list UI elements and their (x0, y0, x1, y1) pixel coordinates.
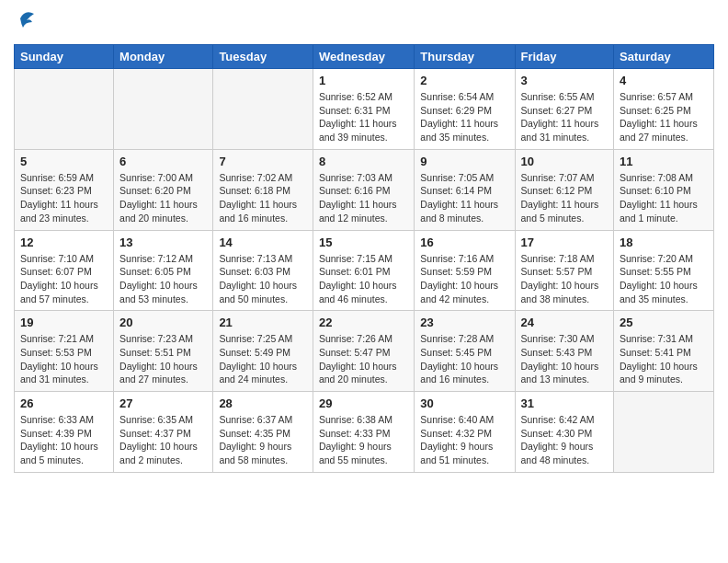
day-info: Sunrise: 7:15 AM Sunset: 6:01 PM Dayligh… (319, 252, 408, 306)
day-number: 27 (119, 396, 207, 410)
calendar-cell: 10Sunrise: 7:07 AM Sunset: 6:12 PM Dayli… (515, 149, 614, 230)
day-info: Sunrise: 7:21 AM Sunset: 5:53 PM Dayligh… (20, 332, 108, 386)
calendar-cell: 31Sunrise: 6:42 AM Sunset: 4:30 PM Dayli… (515, 392, 614, 473)
day-info: Sunrise: 7:00 AM Sunset: 6:20 PM Dayligh… (119, 171, 207, 225)
calendar-cell (114, 69, 213, 150)
calendar-cell: 4Sunrise: 6:57 AM Sunset: 6:25 PM Daylig… (614, 69, 714, 150)
calendar-cell: 8Sunrise: 7:03 AM Sunset: 6:16 PM Daylig… (313, 149, 414, 230)
day-info: Sunrise: 6:55 AM Sunset: 6:27 PM Dayligh… (521, 90, 609, 144)
calendar-cell: 1Sunrise: 6:52 AM Sunset: 6:31 PM Daylig… (313, 69, 414, 150)
day-info: Sunrise: 7:12 AM Sunset: 6:05 PM Dayligh… (119, 252, 207, 306)
day-info: Sunrise: 7:28 AM Sunset: 5:45 PM Dayligh… (420, 332, 508, 386)
calendar-cell: 26Sunrise: 6:33 AM Sunset: 4:39 PM Dayli… (15, 392, 114, 473)
calendar-header-row: SundayMondayTuesdayWednesdayThursdayFrid… (15, 45, 714, 69)
day-number: 23 (420, 316, 508, 329)
day-number: 20 (119, 316, 207, 329)
day-number: 4 (620, 74, 708, 87)
calendar-cell: 16Sunrise: 7:16 AM Sunset: 5:59 PM Dayli… (415, 230, 515, 311)
day-info: Sunrise: 6:38 AM Sunset: 4:33 PM Dayligh… (319, 413, 408, 467)
calendar-week-1: 1Sunrise: 6:52 AM Sunset: 6:31 PM Daylig… (15, 69, 714, 150)
day-number: 14 (219, 236, 307, 249)
calendar-cell: 21Sunrise: 7:25 AM Sunset: 5:49 PM Dayli… (213, 311, 313, 392)
day-number: 17 (521, 236, 609, 249)
calendar-cell: 3Sunrise: 6:55 AM Sunset: 6:27 PM Daylig… (515, 69, 614, 150)
calendar-week-2: 5Sunrise: 6:59 AM Sunset: 6:23 PM Daylig… (15, 149, 714, 230)
day-info: Sunrise: 6:42 AM Sunset: 4:30 PM Dayligh… (521, 413, 609, 467)
calendar-cell: 9Sunrise: 7:05 AM Sunset: 6:14 PM Daylig… (415, 149, 515, 230)
calendar-cell: 2Sunrise: 6:54 AM Sunset: 6:29 PM Daylig… (415, 69, 515, 150)
day-info: Sunrise: 7:30 AM Sunset: 5:43 PM Dayligh… (521, 332, 609, 386)
day-info: Sunrise: 7:10 AM Sunset: 6:07 PM Dayligh… (20, 252, 108, 306)
calendar-cell: 5Sunrise: 6:59 AM Sunset: 6:23 PM Daylig… (15, 149, 114, 230)
header-monday: Monday (114, 45, 213, 69)
day-number: 8 (319, 155, 408, 168)
calendar-cell: 13Sunrise: 7:12 AM Sunset: 6:05 PM Dayli… (114, 230, 213, 311)
calendar-table: SundayMondayTuesdayWednesdayThursdayFrid… (14, 44, 714, 473)
calendar-cell: 24Sunrise: 7:30 AM Sunset: 5:43 PM Dayli… (515, 311, 614, 392)
day-number: 12 (20, 236, 108, 249)
day-info: Sunrise: 7:18 AM Sunset: 5:57 PM Dayligh… (521, 252, 609, 306)
header-wednesday: Wednesday (313, 45, 414, 69)
day-info: Sunrise: 7:20 AM Sunset: 5:55 PM Dayligh… (620, 252, 708, 306)
calendar-cell: 30Sunrise: 6:40 AM Sunset: 4:32 PM Dayli… (415, 392, 515, 473)
calendar-cell: 20Sunrise: 7:23 AM Sunset: 5:51 PM Dayli… (114, 311, 213, 392)
day-number: 11 (620, 155, 708, 168)
calendar-cell: 17Sunrise: 7:18 AM Sunset: 5:57 PM Dayli… (515, 230, 614, 311)
header-thursday: Thursday (415, 45, 515, 69)
day-number: 26 (20, 396, 108, 410)
day-number: 15 (319, 236, 408, 249)
day-info: Sunrise: 6:54 AM Sunset: 6:29 PM Dayligh… (420, 90, 508, 144)
logo (14, 9, 34, 37)
day-info: Sunrise: 6:33 AM Sunset: 4:39 PM Dayligh… (20, 413, 108, 467)
day-number: 22 (319, 316, 408, 329)
calendar-week-5: 26Sunrise: 6:33 AM Sunset: 4:39 PM Dayli… (15, 392, 714, 473)
logo-text (14, 9, 34, 37)
day-number: 24 (521, 316, 609, 329)
day-info: Sunrise: 7:03 AM Sunset: 6:16 PM Dayligh… (319, 171, 408, 225)
calendar-week-4: 19Sunrise: 7:21 AM Sunset: 5:53 PM Dayli… (15, 311, 714, 392)
calendar-cell: 25Sunrise: 7:31 AM Sunset: 5:41 PM Dayli… (614, 311, 714, 392)
day-number: 1 (319, 74, 408, 87)
calendar-cell: 27Sunrise: 6:35 AM Sunset: 4:37 PM Dayli… (114, 392, 213, 473)
calendar-cell: 12Sunrise: 7:10 AM Sunset: 6:07 PM Dayli… (15, 230, 114, 311)
day-info: Sunrise: 6:40 AM Sunset: 4:32 PM Dayligh… (420, 413, 508, 467)
calendar-cell: 11Sunrise: 7:08 AM Sunset: 6:10 PM Dayli… (614, 149, 714, 230)
day-number: 31 (521, 396, 609, 410)
day-info: Sunrise: 7:26 AM Sunset: 5:47 PM Dayligh… (319, 332, 408, 386)
calendar-cell: 15Sunrise: 7:15 AM Sunset: 6:01 PM Dayli… (313, 230, 414, 311)
calendar-cell (213, 69, 313, 150)
calendar-cell: 6Sunrise: 7:00 AM Sunset: 6:20 PM Daylig… (114, 149, 213, 230)
day-number: 28 (219, 396, 307, 410)
day-number: 5 (20, 155, 108, 168)
day-info: Sunrise: 7:07 AM Sunset: 6:12 PM Dayligh… (521, 171, 609, 225)
calendar-cell: 19Sunrise: 7:21 AM Sunset: 5:53 PM Dayli… (15, 311, 114, 392)
header-tuesday: Tuesday (213, 45, 313, 69)
day-number: 16 (420, 236, 508, 249)
calendar-cell: 22Sunrise: 7:26 AM Sunset: 5:47 PM Dayli… (313, 311, 414, 392)
day-number: 2 (420, 74, 508, 87)
calendar-cell: 29Sunrise: 6:38 AM Sunset: 4:33 PM Dayli… (313, 392, 414, 473)
day-number: 9 (420, 155, 508, 168)
day-number: 21 (219, 316, 307, 329)
header (14, 9, 714, 37)
day-info: Sunrise: 7:08 AM Sunset: 6:10 PM Dayligh… (620, 171, 708, 225)
day-number: 7 (219, 155, 307, 168)
calendar-week-3: 12Sunrise: 7:10 AM Sunset: 6:07 PM Dayli… (15, 230, 714, 311)
day-number: 6 (119, 155, 207, 168)
day-number: 3 (521, 74, 609, 87)
day-info: Sunrise: 7:13 AM Sunset: 6:03 PM Dayligh… (219, 252, 307, 306)
day-info: Sunrise: 7:31 AM Sunset: 5:41 PM Dayligh… (620, 332, 708, 386)
calendar-cell (614, 392, 714, 473)
calendar-cell: 18Sunrise: 7:20 AM Sunset: 5:55 PM Dayli… (614, 230, 714, 311)
day-info: Sunrise: 6:37 AM Sunset: 4:35 PM Dayligh… (219, 413, 307, 467)
calendar-cell: 7Sunrise: 7:02 AM Sunset: 6:18 PM Daylig… (213, 149, 313, 230)
header-sunday: Sunday (15, 45, 114, 69)
header-saturday: Saturday (614, 45, 714, 69)
day-info: Sunrise: 6:52 AM Sunset: 6:31 PM Dayligh… (319, 90, 408, 144)
calendar-cell: 23Sunrise: 7:28 AM Sunset: 5:45 PM Dayli… (415, 311, 515, 392)
day-number: 30 (420, 396, 508, 410)
day-number: 10 (521, 155, 609, 168)
day-number: 18 (620, 236, 708, 249)
day-info: Sunrise: 6:57 AM Sunset: 6:25 PM Dayligh… (620, 90, 708, 144)
day-info: Sunrise: 7:02 AM Sunset: 6:18 PM Dayligh… (219, 171, 307, 225)
